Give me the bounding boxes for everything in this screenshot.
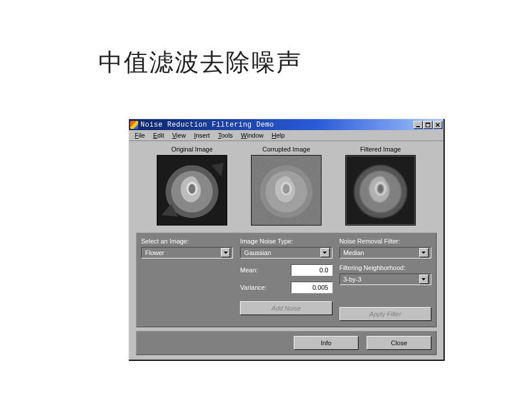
app-window: Noise Reduction Filtering Demo File Edit… (128, 119, 444, 360)
neighborhood-value: 3-by-3 (343, 276, 361, 283)
chevron-down-icon (221, 248, 230, 257)
menubar: File Edit View Insert Tools Window Help (129, 130, 444, 141)
filter-label: Noise Removal Filter: (339, 238, 431, 245)
corrupted-image (251, 155, 322, 226)
noise-type-label: Image Noise Type: (240, 238, 332, 245)
chevron-down-icon (320, 248, 330, 257)
filtered-image (345, 155, 416, 226)
menu-tools[interactable]: Tools (215, 131, 237, 139)
filter-value: Median (343, 249, 364, 256)
variance-label: Variance: (240, 284, 267, 291)
chevron-down-icon (419, 248, 428, 257)
matlab-icon (130, 121, 138, 129)
mean-label: Mean: (240, 267, 258, 274)
maximize-button[interactable] (423, 121, 433, 129)
noise-type-value: Gaussian (244, 249, 271, 256)
menu-view[interactable]: View (169, 131, 190, 139)
original-image (157, 155, 227, 226)
menu-edit[interactable]: Edit (150, 131, 168, 139)
menu-window[interactable]: Window (238, 131, 267, 139)
corrupted-image-caption: Corrupted Image (249, 146, 324, 153)
select-image-value: Flower (145, 249, 164, 256)
menu-file[interactable]: File (131, 131, 149, 139)
chevron-down-icon (419, 275, 428, 284)
select-image-label: Select an Image: (141, 238, 233, 245)
mean-input[interactable]: 0.0 (291, 264, 332, 276)
info-button[interactable]: Info (294, 336, 359, 350)
controls-panel: Select an Image: Flower Image Noise Type… (136, 232, 437, 327)
neighborhood-dropdown[interactable]: 3-by-3 (339, 274, 431, 285)
add-noise-button[interactable]: Add Noise (240, 301, 332, 315)
original-image-caption: Original Image (154, 146, 230, 153)
svg-point-16 (377, 184, 384, 194)
minimize-button[interactable] (413, 121, 423, 129)
variance-input[interactable]: 0.005 (291, 282, 332, 293)
svg-point-8 (189, 184, 195, 194)
filter-dropdown[interactable]: Median (339, 247, 431, 258)
page-title: 中值滤波去除噪声 (98, 46, 532, 79)
apply-filter-button[interactable]: Apply Filter (339, 307, 431, 321)
noise-type-dropdown[interactable]: Gaussian (240, 247, 332, 258)
svg-point-12 (283, 184, 290, 194)
close-app-button[interactable]: Close (367, 336, 431, 350)
titlebar: Noise Reduction Filtering Demo (129, 119, 444, 130)
window-title: Noise Reduction Filtering Demo (141, 121, 413, 129)
svg-rect-0 (416, 126, 420, 127)
close-button[interactable] (433, 121, 442, 129)
filtered-image-caption: Filtered Image (343, 146, 418, 153)
select-image-dropdown[interactable]: Flower (141, 247, 233, 258)
menu-insert[interactable]: Insert (190, 131, 213, 139)
svg-rect-2 (426, 123, 430, 124)
neighborhood-label: Filtering Neighborhood: (339, 264, 431, 271)
bottom-bar: Info Close (136, 331, 437, 355)
menu-help[interactable]: Help (268, 131, 289, 139)
